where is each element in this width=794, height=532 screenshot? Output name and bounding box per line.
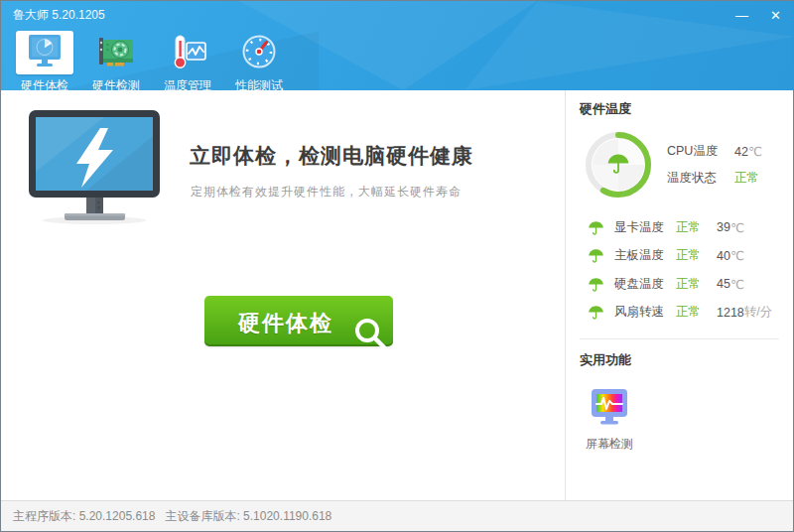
sidebar-divider — [580, 338, 779, 339]
row-label: 主板温度 — [614, 247, 676, 264]
app-header: 鲁大师 5.20.1205 — ✕ — [1, 1, 793, 90]
screen-test-label: 屏幕检测 — [586, 436, 633, 453]
tab-label: 硬件体检 — [21, 77, 68, 90]
content-area: 立即体检，检测电脑硬件健康 定期体检有效提升硬件性能，大幅延长硬件寿命 硬件体检… — [1, 90, 793, 500]
row-label: 硬盘温度 — [614, 276, 676, 293]
program-version: 主程序版本: 5.20.1205.618 — [13, 508, 155, 525]
tab-label: 温度管理 — [164, 77, 211, 90]
magnifier-icon — [351, 317, 391, 356]
cpu-temperature-gauge — [580, 126, 657, 203]
cpu-temperature-block: CPU温度 42℃ 温度状态 正常 — [580, 126, 793, 203]
temperature-section-title: 硬件温度 — [580, 100, 793, 118]
thermometer-chart-icon — [159, 31, 216, 74]
checkup-heading: 立即体检，检测电脑硬件健康 — [190, 142, 473, 170]
minimize-icon[interactable]: — — [735, 9, 748, 22]
tools-section-title: 实用功能 — [580, 351, 793, 369]
row-value: 45 — [717, 277, 730, 291]
row-value: 1218 — [717, 306, 744, 320]
monitor-lightning-illustration — [27, 108, 166, 225]
device-db-version: 主设备库版本: 5.1020.1190.618 — [165, 508, 331, 525]
status-bar: 主程序版本: 5.20.1205.618 主设备库版本: 5.1020.1190… — [1, 500, 793, 531]
screen-test-tool[interactable]: 屏幕检测 — [586, 385, 633, 453]
temp-status-row: 温度状态 正常 — [667, 165, 762, 192]
hardware-checkup-button-label: 硬件体检 — [238, 309, 333, 338]
cpu-info: CPU温度 42℃ 温度状态 正常 — [667, 138, 762, 192]
temperature-rows: 显卡温度 正常 39℃ 主板温度 正常 40℃ 硬盘温度 — [580, 213, 793, 327]
screen-test-icon — [587, 385, 632, 429]
tab-hardware-detection[interactable]: 硬件检测 — [80, 31, 152, 90]
window-title: 鲁大师 5.20.1205 — [13, 7, 105, 24]
row-value: 39 — [717, 220, 730, 234]
main-panel: 立即体检，检测电脑硬件健康 定期体检有效提升硬件性能，大幅延长硬件寿命 硬件体检 — [1, 90, 565, 500]
umbrella-icon — [588, 276, 605, 293]
tab-performance-test[interactable]: 性能测试 — [223, 31, 295, 90]
tab-label: 硬件检测 — [92, 77, 140, 90]
cpu-temp-unit: ℃ — [748, 144, 762, 159]
tab-label: 性能测试 — [235, 77, 283, 90]
row-status: 正常 — [676, 219, 717, 236]
disk-temp-row: 硬盘温度 正常 45℃ — [580, 270, 793, 299]
row-value: 40 — [717, 249, 730, 263]
titlebar: 鲁大师 5.20.1205 — ✕ — [1, 1, 793, 29]
app-window: 鲁大师 5.20.1205 — ✕ — [0, 0, 794, 532]
monitor-gauge-icon — [16, 31, 73, 74]
fan-speed-row: 风扇转速 正常 1218转/分 — [580, 299, 793, 328]
row-status: 正常 — [676, 304, 717, 321]
hardware-checkup-button[interactable]: 硬件体检 — [204, 296, 393, 346]
speedometer-icon — [230, 31, 288, 74]
umbrella-icon — [588, 219, 605, 236]
umbrella-icon — [588, 304, 605, 321]
row-unit: ℃ — [730, 277, 744, 292]
gpu-temp-row: 显卡温度 正常 39℃ — [580, 213, 793, 242]
main-tabs: 硬件体检 — [1, 29, 793, 90]
close-icon[interactable]: ✕ — [770, 9, 781, 22]
temp-status-label: 温度状态 — [667, 170, 734, 187]
cpu-temp-label: CPU温度 — [667, 143, 734, 160]
row-label: 显卡温度 — [614, 219, 676, 236]
temp-status-value: 正常 — [734, 170, 759, 187]
row-unit: 转/分 — [744, 304, 772, 321]
row-status: 正常 — [676, 276, 717, 293]
cpu-temp-row: CPU温度 42℃ — [667, 138, 762, 165]
cpu-temp-value: 42 — [734, 145, 748, 159]
sidebar: 硬件温度 CPU温度 42℃ — [565, 90, 793, 500]
tab-temperature-management[interactable]: 温度管理 — [152, 31, 223, 90]
umbrella-icon — [588, 247, 605, 264]
row-unit: ℃ — [730, 248, 744, 263]
row-unit: ℃ — [730, 220, 744, 235]
motherboard-temp-row: 主板温度 正常 40℃ — [580, 242, 793, 271]
window-controls: — ✕ — [735, 9, 781, 22]
gpu-card-icon — [87, 31, 145, 74]
tab-hardware-checkup[interactable]: 硬件体检 — [9, 31, 80, 90]
row-status: 正常 — [676, 247, 717, 264]
checkup-subheading: 定期体检有效提升硬件性能，大幅延长硬件寿命 — [191, 184, 462, 200]
row-label: 风扇转速 — [614, 304, 676, 321]
